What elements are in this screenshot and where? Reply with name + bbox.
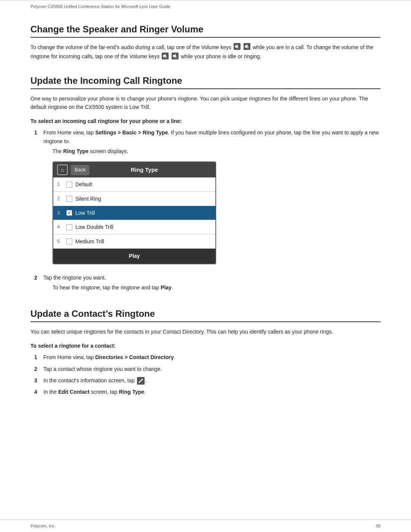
- step-contact-2: 2 Tap a contact whose ringtone you want …: [34, 365, 381, 373]
- step-num-c3: 3: [34, 376, 40, 385]
- phone-screen-mockup: ⌂ Back Ring Type 1 Default 2: [53, 161, 216, 264]
- edit-icon: [137, 377, 145, 385]
- svg-text:): ): [238, 46, 239, 49]
- page: Polycom CX5500 Unified Conference Statio…: [0, 0, 411, 532]
- volume-icon-1: ): [234, 43, 241, 52]
- step-content-c2: Tap a contact whose ringtone you want to…: [43, 365, 381, 373]
- header-breadcrumb: Polycom CX5500 Unified Conference Statio…: [0, 0, 411, 13]
- phone-screen-title: Ring Type: [92, 165, 196, 174]
- step-content-c1: From Home view, tap Directories > Contac…: [43, 353, 381, 361]
- row-num-5: 5: [57, 238, 63, 246]
- step-num-c4: 4: [34, 388, 40, 396]
- svg-text:): ): [166, 55, 167, 58]
- bold-instruction-contact: To select a ringtone for a contact:: [30, 342, 381, 350]
- section-contact-intro: You can select unique ringtones for the …: [30, 328, 381, 336]
- section-title-contact: Update a Contact’s Ringtone: [30, 308, 381, 322]
- step-text-c1: From Home view, tap Directories > Contac…: [43, 354, 175, 360]
- checkmark-3: ✓: [67, 209, 71, 217]
- svg-text:): ): [248, 45, 249, 49]
- step-incoming-2: 2 Tap the ringtone you want. To hear the…: [34, 273, 381, 295]
- phone-row-2[interactable]: 2 Silent Ring: [53, 192, 215, 206]
- step-num-1: 1: [34, 128, 40, 270]
- volume-icon-4: ): [172, 53, 178, 62]
- step-content-2: Tap the ringtone you want. To hear the r…: [43, 273, 381, 295]
- step-incoming-1: 1 From Home view, tap Settings > Basic >…: [34, 128, 381, 270]
- main-content: Change the Speaker and Ringer Volume To …: [0, 13, 411, 433]
- step-text-c3: In the contact's information screen, tap…: [43, 377, 147, 383]
- bold-instruction-incoming: To select an incoming call ringtone for …: [30, 117, 381, 125]
- row-num-3: 3: [57, 209, 63, 217]
- section-speaker-para: To change the volume of the far-end's au…: [30, 43, 381, 62]
- footer-right: 58: [376, 524, 381, 528]
- step-sub-1: The Ring Type screen displays.: [53, 147, 381, 155]
- phone-header: ⌂ Back Ring Type: [53, 162, 215, 177]
- step-text-2: Tap the ringtone you want.: [43, 275, 106, 281]
- volume-icon-3: ): [162, 53, 169, 62]
- row-label-1: Default: [75, 180, 92, 189]
- phone-footer-play[interactable]: Play: [53, 249, 215, 263]
- svg-text:): ): [176, 54, 177, 58]
- step-sub-2: To hear the ringtone, tap the ringtone a…: [53, 283, 381, 292]
- step-contact-4: 4 In the Edit Contact screen, tap Ring T…: [34, 388, 381, 396]
- checkbox-1: [66, 182, 72, 188]
- step-content-c3: In the contact's information screen, tap…: [43, 376, 381, 385]
- step-content-c4: In the Edit Contact screen, tap Ring Typ…: [43, 388, 381, 396]
- back-button[interactable]: Back: [71, 165, 89, 175]
- section-title-speaker: Change the Speaker and Ringer Volume: [30, 24, 381, 38]
- section-incoming-ringtone: Update the Incoming Call Ringtone One wa…: [30, 75, 381, 295]
- para-text-1: To change the volume of the far-end's au…: [30, 44, 231, 50]
- footer-left: Polycom, Inc.: [30, 524, 56, 528]
- volume-icon-2: ): [244, 43, 250, 52]
- section-incoming-intro: One way to personalize your phone is to …: [30, 94, 381, 112]
- section-title-incoming: Update the Incoming Call Ringtone: [30, 75, 381, 89]
- row-label-3: Low Trill: [75, 209, 95, 217]
- row-num-2: 2: [57, 195, 63, 203]
- row-num-4: 4: [57, 223, 63, 231]
- row-num-1: 1: [57, 181, 63, 189]
- step-text-1: From Home view, tap Settings > Basic > R…: [43, 129, 379, 144]
- steps-contact: 1 From Home view, tap Directories > Cont…: [34, 353, 381, 396]
- phone-row-4[interactable]: 4 Low Double Trill: [53, 220, 215, 234]
- checkbox-3: ✓: [66, 210, 72, 216]
- step-text-c4: In the Edit Contact screen, tap Ring Typ…: [43, 389, 146, 395]
- page-footer: Polycom, Inc. 58: [0, 519, 411, 532]
- home-icon: ⌂: [57, 165, 68, 175]
- checkbox-4: [66, 224, 72, 230]
- phone-row-1[interactable]: 1 Default: [53, 177, 215, 192]
- phone-row-5[interactable]: 5 Medium Trill: [53, 235, 215, 249]
- step-text-c2: Tap a contact whose ringtone you want to…: [43, 366, 162, 372]
- para-text-3: while your phone is idle or ringing.: [181, 53, 261, 59]
- row-label-4: Low Double Trill: [75, 223, 113, 231]
- breadcrumb-text: Polycom CX5500 Unified Conference Statio…: [30, 4, 170, 9]
- checkbox-2: [66, 196, 72, 202]
- row-label-5: Medium Trill: [75, 237, 104, 246]
- step-num-2: 2: [34, 273, 40, 295]
- step-contact-3: 3 In the contact's information screen, t…: [34, 376, 381, 385]
- step-num-c1: 1: [34, 353, 40, 361]
- row-label-2: Silent Ring: [75, 195, 101, 203]
- section-contact-ringtone: Update a Contact’s Ringtone You can sele…: [30, 308, 381, 396]
- step-num-c2: 2: [34, 365, 40, 373]
- section-speaker-ringer: Change the Speaker and Ringer Volume To …: [30, 24, 381, 62]
- checkbox-5: [66, 238, 72, 244]
- step-contact-1: 1 From Home view, tap Directories > Cont…: [34, 353, 381, 361]
- phone-row-3[interactable]: 3 ✓ Low Trill: [53, 206, 215, 220]
- steps-incoming: 1 From Home view, tap Settings > Basic >…: [34, 128, 381, 295]
- step-content-1: From Home view, tap Settings > Basic > R…: [43, 128, 381, 270]
